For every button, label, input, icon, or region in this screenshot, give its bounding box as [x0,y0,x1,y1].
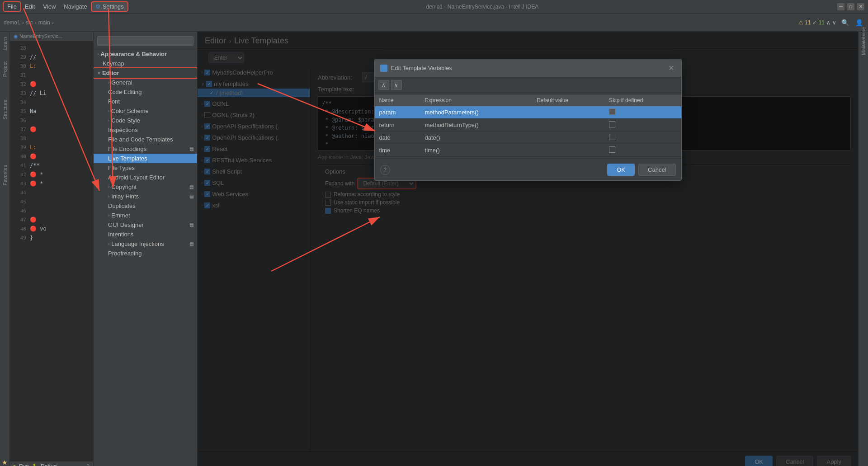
window-controls: ─ □ ✕ [837,3,864,10]
tree-inspections[interactable]: Inspections [94,125,197,135]
tree-live-templates[interactable]: Live Templates [94,154,197,163]
tree-file-code-templates[interactable]: File and Code Templates [94,135,197,144]
cell-expression: date() [420,132,532,144]
left-vertical-tabs: Learn Project Structure Favorites ★ [0,32,10,466]
icon-gui: ▤ [189,222,193,227]
help-button[interactable]: ? [380,165,390,175]
minimize-button[interactable]: ─ [837,3,844,10]
table-row[interactable]: return methodReturnType() [375,119,681,132]
tree-android-layout[interactable]: Android Layout Editor [94,173,197,182]
menu-edit[interactable]: Edit [21,2,38,11]
tree-code-editing[interactable]: Code Editing [94,87,197,97]
dialog-toolbar: ∧ ∨ [375,77,681,93]
favorites-tab[interactable]: Favorites [1,161,9,189]
table-row[interactable]: param methodParameters() [375,106,681,119]
tree-duplicates[interactable]: Duplicates [94,201,197,211]
search-icon[interactable]: 🔍 [840,18,850,28]
arrow-inlay: › [108,194,109,199]
tree-language-injections[interactable]: › Language Injections ▤ [94,239,197,249]
settings-search-input[interactable] [97,36,193,46]
tree-inlay-hints[interactable]: › Inlay Hints ▤ [94,192,197,201]
structure-tab[interactable]: Structure [1,96,9,123]
arrow-cstyle: › [108,118,109,123]
col-expression: Expression [420,95,532,106]
table-row[interactable]: date date() [375,132,681,144]
debug-icon: 🐛 [33,463,39,466]
cell-skip [604,144,681,157]
help-icon[interactable]: ? [86,463,90,466]
dialog-cancel-button[interactable]: Cancel [638,164,675,176]
arrow-copyright: › [108,184,109,189]
app-title: demo1 - NameEntryService.java - IntelliJ… [127,4,837,10]
breadcrumb: demo1 › src › main › [4,19,54,26]
user-icon[interactable]: 👤 [854,18,864,28]
tree-emmet[interactable]: › Emmet [94,211,197,220]
dialog-footer-buttons: OK Cancel [607,164,675,176]
run-button[interactable]: ▶ Run [14,463,29,466]
warning-count[interactable]: ⚠ 11 [798,19,811,26]
skip-checkbox-time[interactable] [609,146,615,153]
table-row[interactable]: time time() [375,144,681,157]
project-tab[interactable]: Project [1,58,9,80]
cell-default [532,119,604,132]
arrow-icon: › [97,52,99,56]
tree-gui-designer[interactable]: GUI Designer ▤ [94,220,197,230]
top-toolbar: demo1 › src › main › ⚠ 11 ✓ 11 ∧ ∨ 🔍 👤 [0,14,868,32]
breadcrumb-main: main [38,19,50,26]
ok-count[interactable]: ✓ 11 [812,19,825,26]
tree-code-style[interactable]: › Code Style [94,116,197,125]
tree-general[interactable]: › General [94,78,197,87]
menu-file[interactable]: File [4,2,20,11]
edit-template-vars-dialog: Edit Template Variables ✕ ∧ ∨ Name Ex [374,59,682,181]
tree-proofreading[interactable]: Proofreading [94,249,197,258]
move-down-button[interactable]: ∨ [391,80,402,90]
right-sidebar: Database Maven [858,32,868,466]
toolbar-right: ⚠ 11 ✓ 11 ∧ ∨ 🔍 👤 [798,18,864,28]
breadcrumb-demo: demo1 [4,19,20,26]
menu-settings[interactable]: ⚙ Settings [92,2,127,11]
tree-file-types[interactable]: File Types [94,163,197,173]
col-skip-if-defined: Skip if defined [604,95,681,106]
cell-name: time [375,144,420,157]
menu-bar: File Edit View Navigate ⚙ Settings [4,2,127,11]
menu-navigate[interactable]: Navigate [60,2,90,11]
learn-tab[interactable]: Learn [1,33,9,53]
tree-intentions[interactable]: Intentions [94,230,197,239]
skip-checkbox[interactable] [609,108,615,115]
icon-lang-inj: ▤ [189,241,193,246]
skip-checkbox-return[interactable] [609,121,615,127]
tree-color-scheme[interactable]: › Color Scheme [94,106,197,116]
arrow-emmet: › [108,213,109,218]
title-bar: File Edit View Navigate ⚙ Settings demo1… [0,0,868,14]
tree-file-encodings[interactable]: File Encodings ▤ [94,144,197,154]
move-up-button[interactable]: ∧ [378,80,389,90]
dialog-overlay: Edit Template Variables ✕ ∧ ∨ Name Ex [198,32,858,466]
tree-copyright[interactable]: › Copyright ▤ [94,182,197,192]
maximize-button[interactable]: □ [847,3,854,10]
tree-appearance[interactable]: › Appearance & Behavior [94,49,197,59]
close-button[interactable]: ✕ [857,3,864,10]
cell-name: return [375,119,420,132]
file-sidebar: ◉ NameEntryServic... 28 29// 30L: 31 32🔴… [10,32,94,466]
file-breadcrumb: ◉ NameEntryServic... [10,32,93,42]
cell-skip [604,119,681,132]
dialog-footer: ? OK Cancel [375,159,681,180]
maven-tab[interactable]: Maven [859,43,868,52]
cell-name: date [375,132,420,144]
cell-name: param [375,106,420,119]
settings-container: › Appearance & Behavior Keymap ∨ Editor … [94,32,868,466]
settings-content: Editor › Live Templates Enter [198,32,858,466]
tree-font[interactable]: Font [94,97,197,106]
icon-file-enc: ▤ [189,146,193,151]
menu-view[interactable]: View [39,2,59,11]
skip-checkbox-date[interactable] [609,134,615,140]
arrow-icon-general: › [108,80,109,85]
col-default-value: Default value [532,95,604,106]
debug-button[interactable]: 🐛 Debug [33,463,57,466]
dialog-ok-button[interactable]: OK [607,164,635,176]
cell-skip [604,106,681,119]
dialog-close-button[interactable]: ✕ [666,63,676,73]
tree-keymap[interactable]: Keymap [94,59,197,68]
icon-copyright: ▤ [189,184,193,189]
tree-editor[interactable]: ∨ Editor [94,68,197,78]
